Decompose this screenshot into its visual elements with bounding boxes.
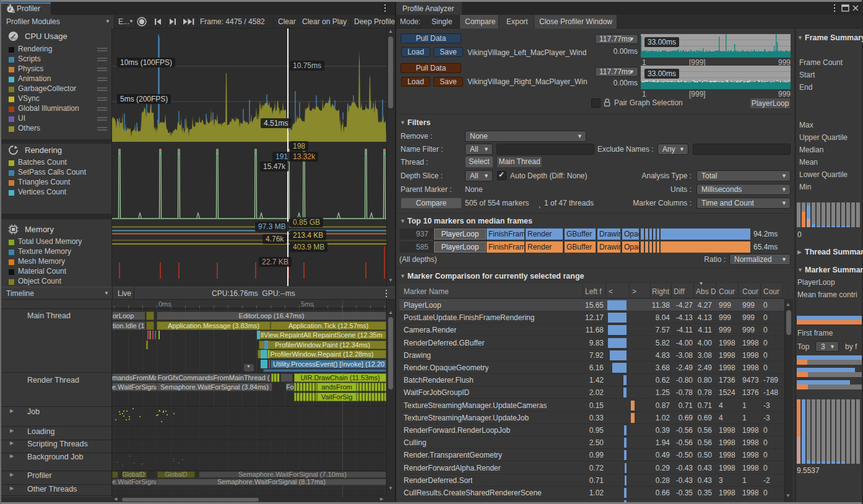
svg-text:CPU: CPU xyxy=(11,37,17,40)
